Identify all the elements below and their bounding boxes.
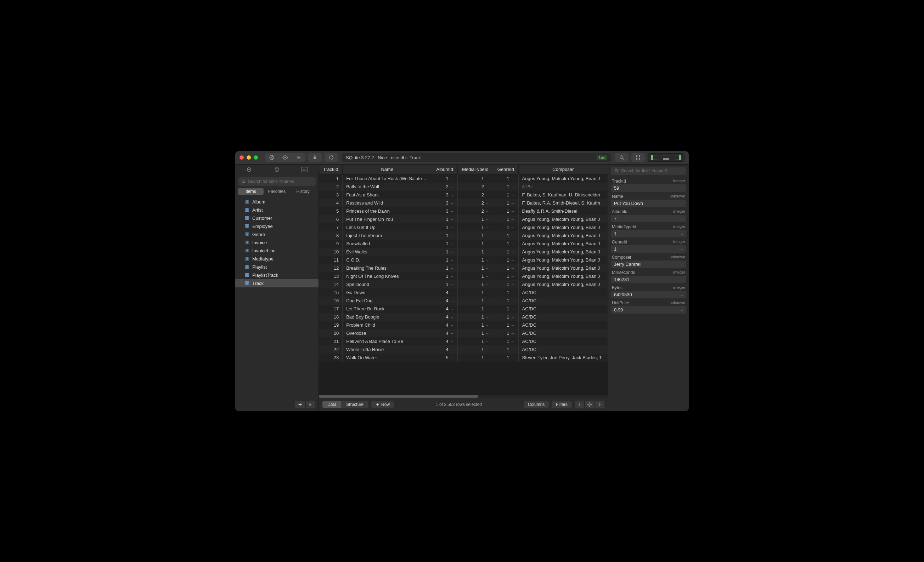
chevron-down-icon[interactable]: ⌵: [681, 262, 683, 266]
cell[interactable]: 1→: [458, 280, 493, 288]
cell[interactable]: 1→: [493, 297, 518, 305]
fk-arrow-icon[interactable]: →: [485, 299, 489, 303]
fk-arrow-icon[interactable]: →: [511, 185, 515, 189]
cancel-button[interactable]: [265, 153, 279, 162]
cell[interactable]: AC/DC: [518, 297, 608, 305]
cell[interactable]: 1→: [458, 248, 493, 256]
cell[interactable]: AC/DC: [518, 321, 608, 329]
fk-arrow-icon[interactable]: →: [450, 348, 454, 352]
cell[interactable]: 1→: [493, 305, 518, 313]
cell[interactable]: Angus Young, Malcolm Young, Brian J: [518, 256, 608, 264]
cell[interactable]: Angus Young, Malcolm Young, Brian J: [518, 264, 608, 272]
cell[interactable]: Angus Young, Malcolm Young, Brian J: [518, 239, 608, 248]
fk-arrow-icon[interactable]: →: [450, 282, 454, 287]
table-row[interactable]: 7Let's Get It Up1→1→1→Angus Young, Malco…: [319, 223, 608, 232]
column-header-genreid[interactable]: GenreId: [493, 164, 518, 175]
cell[interactable]: 19: [319, 321, 343, 329]
fk-arrow-icon[interactable]: →: [450, 307, 454, 311]
cell[interactable]: 1→: [493, 264, 518, 272]
cell[interactable]: 1→: [493, 329, 518, 337]
cell[interactable]: 2→: [458, 191, 493, 199]
cell[interactable]: 4→: [432, 337, 458, 345]
fk-arrow-icon[interactable]: →: [511, 250, 515, 254]
sidebar-item-playlist[interactable]: Playlist: [235, 263, 318, 271]
fk-arrow-icon[interactable]: →: [485, 201, 489, 205]
cell[interactable]: 1→: [458, 264, 493, 272]
cell[interactable]: AC/DC: [518, 305, 608, 313]
table-row[interactable]: 12Breaking The Rules1→1→1→Angus Young, M…: [319, 264, 608, 272]
fk-arrow-icon[interactable]: →: [485, 217, 489, 221]
fk-arrow-icon[interactable]: →: [485, 242, 489, 246]
chevron-down-icon[interactable]: ⌵: [681, 217, 683, 220]
fk-arrow-icon[interactable]: →: [511, 233, 515, 238]
sidebar-item-customer[interactable]: Customer: [235, 214, 318, 222]
cell[interactable]: 1→: [458, 337, 493, 345]
cell[interactable]: AC/DC: [518, 288, 608, 297]
fk-arrow-icon[interactable]: →: [511, 315, 515, 319]
cell[interactable]: 11: [319, 256, 343, 264]
cell[interactable]: 4→: [432, 345, 458, 354]
sidebar-item-artist[interactable]: Artist: [235, 206, 318, 214]
table-row[interactable]: 18Bad Boy Boogie4→1→1→AC/DC: [319, 313, 608, 321]
cell[interactable]: Deaffy & R.A. Smith-Diesel: [518, 207, 608, 215]
cell[interactable]: 15: [319, 288, 343, 297]
cell[interactable]: Inject The Venom: [343, 232, 432, 239]
cell[interactable]: 8: [319, 232, 343, 239]
layout-bottom-button[interactable]: [660, 154, 672, 161]
fk-arrow-icon[interactable]: →: [485, 315, 489, 319]
cell[interactable]: 4→: [432, 288, 458, 297]
cell[interactable]: 1→: [493, 191, 518, 199]
fk-arrow-icon[interactable]: →: [450, 201, 454, 205]
cell[interactable]: Angus Young, Malcolm Young, Brian J: [518, 280, 608, 288]
cell[interactable]: F. Baltes, S. Kaufman, U. Dirkscneider: [518, 191, 608, 199]
cell[interactable]: 1→: [432, 256, 458, 264]
cell[interactable]: Restless and Wild: [343, 199, 432, 207]
cell[interactable]: 23: [319, 354, 343, 362]
cell[interactable]: 3: [319, 191, 343, 199]
field-value[interactable]: Jerry Cantrell⌵: [611, 260, 686, 268]
cell[interactable]: Night Of The Long Knives: [343, 272, 432, 280]
cell[interactable]: Angus Young, Malcolm Young, Brian J: [518, 272, 608, 280]
add-icon-button[interactable]: [295, 401, 306, 408]
sidebar-search-input[interactable]: [248, 179, 313, 184]
cell[interactable]: C.O.D.: [343, 256, 432, 264]
cell[interactable]: AC/DC: [518, 329, 608, 337]
cell[interactable]: 1→: [458, 232, 493, 239]
cell[interactable]: 1→: [493, 345, 518, 354]
table-row[interactable]: 10Evil Walks1→1→1→Angus Young, Malcolm Y…: [319, 248, 608, 256]
cell[interactable]: 1→: [493, 313, 518, 321]
cell[interactable]: 9: [319, 239, 343, 248]
cell[interactable]: 1→: [458, 297, 493, 305]
cell[interactable]: 4→: [432, 329, 458, 337]
cell[interactable]: 1→: [458, 256, 493, 264]
cell[interactable]: 1→: [432, 264, 458, 272]
sidebar-item-playlisttrack[interactable]: PlaylistTrack: [235, 271, 318, 279]
cell[interactable]: Breaking The Rules: [343, 264, 432, 272]
cell[interactable]: 1→: [493, 199, 518, 207]
fk-arrow-icon[interactable]: →: [511, 323, 515, 327]
column-header-composer[interactable]: Composer: [518, 164, 608, 175]
cell[interactable]: Dog Eat Dog: [343, 297, 432, 305]
sidebar-item-track[interactable]: Track: [235, 279, 318, 287]
fk-arrow-icon[interactable]: →: [485, 226, 489, 230]
table-row[interactable]: 19Problem Child4→1→1→AC/DC: [319, 321, 608, 329]
fk-arrow-icon[interactable]: →: [485, 348, 489, 352]
table-row[interactable]: 14Spellbound1→1→1→Angus Young, Malcolm Y…: [319, 280, 608, 288]
cell[interactable]: 1→: [493, 207, 518, 215]
refresh-button[interactable]: [324, 153, 338, 162]
cell[interactable]: 1→: [458, 354, 493, 362]
column-header-mediatypeid[interactable]: MediaTypeId: [458, 164, 493, 175]
column-header-albumid[interactable]: AlbumId: [432, 164, 458, 175]
cell[interactable]: 17: [319, 305, 343, 313]
cell[interactable]: Evil Walks: [343, 248, 432, 256]
chevron-down-icon[interactable]: ⌵: [681, 278, 683, 281]
cell[interactable]: 4→: [432, 313, 458, 321]
add-dropdown-button[interactable]: [306, 401, 315, 408]
fk-arrow-icon[interactable]: →: [485, 331, 489, 335]
inspector-search[interactable]: [611, 167, 686, 175]
cell[interactable]: Go Down: [343, 288, 432, 297]
cell[interactable]: 16: [319, 297, 343, 305]
cell[interactable]: 1→: [458, 345, 493, 354]
view-tab-structure[interactable]: Structure: [341, 401, 369, 408]
cell[interactable]: 7: [319, 223, 343, 232]
